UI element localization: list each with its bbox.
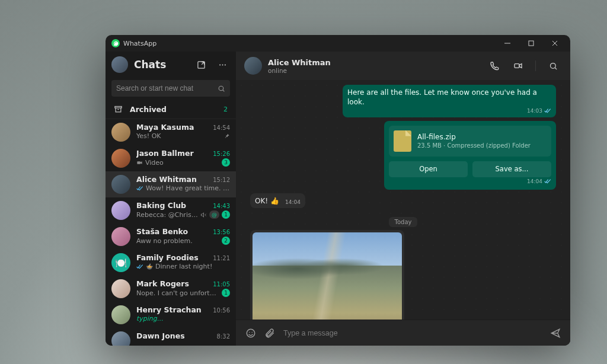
avatar [111, 123, 130, 142]
chat-preview: Nope. I can't go unfortunately. [136, 289, 219, 297]
chat-item[interactable]: Baking Club14:43 Rebecca: @Chris R? @ 1 [106, 197, 236, 223]
chat-time: 8:32 [217, 333, 230, 340]
mute-icon [200, 212, 207, 218]
attach-button[interactable] [264, 328, 275, 339]
zip-file-icon [394, 130, 411, 152]
archived-label: Archived [130, 105, 216, 114]
chat-time: 14:43 [213, 203, 230, 209]
more-menu-button[interactable] [215, 57, 230, 72]
unread-badge: 1 [222, 289, 230, 297]
whatsapp-window: WhatsApp Chats A [106, 35, 570, 346]
message-photo-in[interactable]: So beautiful here! 15:06 ❤️ [250, 230, 404, 320]
app-title: WhatsApp [123, 40, 156, 47]
chat-name: Henry Strachan [136, 305, 209, 314]
voice-call-button[interactable] [485, 57, 503, 75]
chat-time: 13:56 [213, 229, 230, 235]
search-input[interactable] [116, 84, 218, 92]
contact-name: Alice Whitman [268, 58, 480, 67]
file-name: All-files.zip [417, 132, 531, 142]
svg-point-3 [222, 64, 223, 65]
avatar [111, 279, 130, 298]
chat-name: Maya Kasuma [136, 123, 209, 132]
message-file-out[interactable]: All-files.zip 23.5 MB · Compressed (zipp… [384, 121, 556, 190]
chat-item[interactable]: Jason Ballmer15:26 Video 3 [106, 145, 236, 171]
chat-header: Alice Whitman online [236, 52, 570, 80]
chat-item[interactable]: Dawn Jones8:32 [106, 328, 236, 346]
conversation-pane: Alice Whitman online Here are all the fi… [236, 52, 570, 346]
sidebar: Chats Archived 2 [106, 52, 236, 346]
chat-item[interactable]: 🍽️ Family Foodies11:21 🍲 Dinner last nig… [106, 250, 236, 276]
self-avatar[interactable] [111, 56, 128, 73]
svg-point-2 [219, 64, 221, 65]
file-open-button[interactable]: Open [389, 161, 468, 178]
window-maximize-button[interactable] [519, 35, 543, 52]
send-button[interactable] [550, 328, 561, 339]
svg-point-9 [550, 63, 555, 68]
message-text: OK! 👍 [255, 196, 279, 206]
svg-point-10 [247, 329, 255, 337]
svg-rect-8 [515, 64, 519, 68]
avatar: 🍽️ [111, 253, 130, 272]
chat-item[interactable]: Staša Benko13:56 Aww no problem.2 [106, 223, 236, 250]
chat-name: Jason Ballmer [136, 149, 209, 158]
titlebar: WhatsApp [106, 35, 570, 52]
chat-item[interactable]: Mark Rogers11:05 Nope. I can't go unfort… [106, 276, 236, 302]
avatar [111, 149, 130, 168]
chat-preview: Yes! OK [136, 132, 221, 140]
new-chat-button[interactable] [193, 57, 209, 72]
chat-name: Alice Whitman [136, 175, 209, 184]
chat-item[interactable]: Henry Strachan10:56 typing... [106, 302, 236, 328]
archived-count: 2 [223, 106, 228, 113]
search-field[interactable] [111, 80, 230, 97]
emoji-button[interactable] [245, 328, 256, 339]
svg-rect-0 [529, 41, 533, 46]
archive-icon [114, 105, 123, 114]
chat-preview: typing... [136, 315, 230, 323]
svg-point-5 [219, 86, 223, 91]
chat-item[interactable]: Alice Whitman15:12 Wow! Have great time.… [106, 171, 236, 197]
contact-avatar[interactable] [244, 57, 262, 75]
message-time: 14:03 [527, 107, 542, 114]
message-in[interactable]: OK! 👍 14:04 [250, 193, 305, 208]
unread-badge: 3 [222, 158, 230, 167]
chat-name: Mark Rogers [136, 279, 209, 288]
photo-attachment[interactable] [253, 232, 402, 320]
message-input[interactable] [283, 329, 542, 337]
chat-time: 15:12 [213, 177, 230, 183]
chat-preview: Rebecca: @Chris R? [136, 211, 198, 219]
video-icon [136, 159, 143, 166]
chat-time: 11:21 [213, 255, 230, 261]
chat-name: Staša Benko [136, 227, 209, 236]
chat-preview: Wow! Have great time. Enjoy. [146, 184, 230, 192]
chat-time: 11:05 [213, 281, 230, 288]
avatar [111, 331, 130, 346]
avatar [111, 175, 130, 194]
message-time: 14:04 [285, 199, 301, 206]
unread-badge: 1 [222, 210, 230, 219]
file-meta: 23.5 MB · Compressed (zipped) Folder [417, 142, 531, 150]
contact-status: online [268, 67, 480, 74]
message-area[interactable]: Here are all the files. Let me know once… [236, 80, 570, 320]
unread-badge: 2 [222, 237, 230, 245]
chat-search-button[interactable] [544, 57, 562, 75]
read-receipt-icon [544, 108, 551, 114]
chat-time: 15:26 [213, 151, 230, 157]
chat-item[interactable]: Maya Kasuma14:54 Yes! OK [106, 119, 236, 145]
mention-badge: @ [209, 210, 219, 219]
search-icon [218, 85, 225, 92]
chats-title: Chats [134, 59, 187, 71]
avatar [111, 201, 130, 220]
message-out[interactable]: Here are all the files. Let me know once… [343, 85, 556, 117]
archived-row[interactable]: Archived 2 [106, 100, 236, 119]
chat-name: Dawn Jones [136, 331, 213, 340]
svg-point-4 [224, 64, 225, 65]
window-close-button[interactable] [543, 35, 567, 52]
window-minimize-button[interactable] [496, 35, 519, 52]
chat-name: Baking Club [136, 201, 209, 210]
video-call-button[interactable] [509, 57, 527, 75]
composer [236, 320, 570, 346]
message-time: 14:04 [527, 178, 542, 185]
file-save-button[interactable]: Save as... [472, 161, 551, 178]
chat-time: 10:56 [213, 307, 230, 314]
read-receipt-icon [544, 178, 551, 184]
